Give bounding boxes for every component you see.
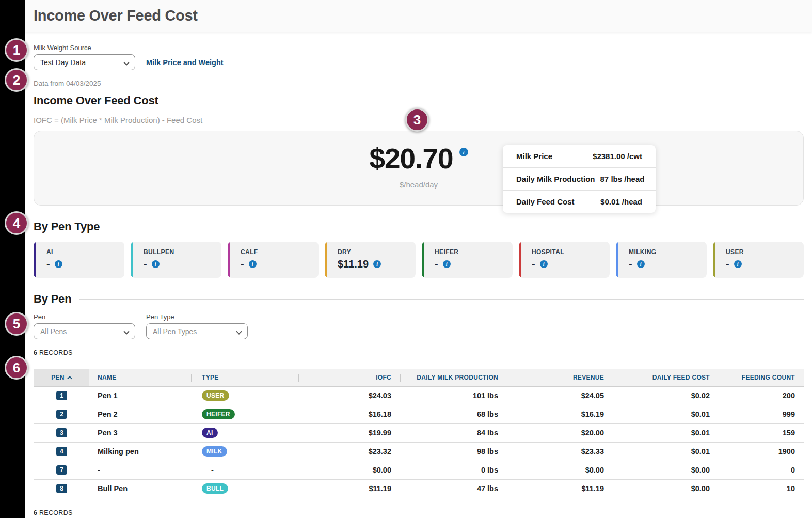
column-header-daily-milk-production[interactable]: DAILY MILK PRODUCTION <box>401 369 507 386</box>
tooltip-row-daily-feed-cost: Daily Feed Cost $0.01 /head <box>503 190 656 213</box>
pen-type-badge: BULL <box>202 483 228 494</box>
info-icon[interactable] <box>459 148 468 156</box>
pen-type-card-label: AI <box>46 248 120 256</box>
pen-number-badge: 1 <box>56 391 67 400</box>
info-icon[interactable] <box>373 260 381 268</box>
pen-type-filter-select[interactable]: All Pen Types <box>146 323 248 339</box>
table-row: 7 - - $0.00 0 lbs $0.00 $0.00 0 <box>34 461 804 479</box>
column-header-feeding-count[interactable]: FEEDING COUNT <box>719 369 804 386</box>
feeding-count-cell: 159 <box>719 423 804 442</box>
daily-milk-production-cell: 98 lbs <box>401 442 507 461</box>
annotation-circle-6: 6 <box>5 356 28 380</box>
card-accent-bar <box>713 242 715 278</box>
info-icon[interactable] <box>637 260 645 268</box>
card-accent-bar <box>422 242 424 278</box>
by-pen-section-heading: By Pen <box>34 292 804 306</box>
iofc-cell: $19.99 <box>299 423 401 442</box>
by-pen-filters: Pen All Pens Pen Type All Pen Types <box>34 313 804 339</box>
info-icon[interactable] <box>540 260 548 268</box>
iofc-cell: $0.00 <box>299 461 401 479</box>
pen-type-card-value: - <box>532 258 535 270</box>
column-header-iofc[interactable]: IOFC <box>299 369 401 386</box>
column-header-pen[interactable]: PEN <box>34 369 89 386</box>
card-accent-bar <box>325 242 327 278</box>
pen-type-card-value: $11.19 <box>338 258 369 270</box>
column-header-type[interactable]: TYPE <box>192 369 299 386</box>
iofc-unit: $/head/day <box>400 180 438 189</box>
info-icon[interactable] <box>734 260 742 268</box>
pen-filter-value: All Pens <box>40 327 67 336</box>
milk-weight-source-value: Test Day Data <box>40 58 86 67</box>
by-pen-type-section-heading: By Pen Type <box>34 220 804 233</box>
page-title: Income Over Feed Cost <box>34 7 198 24</box>
card-accent-bar <box>519 242 521 278</box>
table-row: 8 Bull Pen BULL $11.19 47 lbs $11.19 $0.… <box>34 479 804 498</box>
revenue-cell: $20.00 <box>507 423 613 442</box>
iofc-cell: $16.18 <box>299 405 401 423</box>
pen-filter-select[interactable]: All Pens <box>34 323 135 339</box>
iofc-value: $20.70 <box>369 145 453 173</box>
card-accent-bar <box>616 242 618 278</box>
card-accent-bar <box>228 242 230 278</box>
data-from-text: Data from 04/03/2025 <box>34 80 804 87</box>
pen-type-dash: - <box>211 466 214 474</box>
pen-number-badge: 3 <box>56 428 67 437</box>
daily-feed-cost-cell: $0.02 <box>613 386 719 405</box>
milk-weight-source-select[interactable]: Test Day Data <box>34 54 135 70</box>
info-icon[interactable] <box>249 260 257 268</box>
feeding-count-cell: 10 <box>719 479 804 498</box>
main-content: Milk Weight Source Test Day Data Milk Pr… <box>25 32 812 516</box>
pen-type-card-value: - <box>46 258 50 270</box>
pen-type-card: CALF - <box>228 242 319 278</box>
daily-milk-production-cell: 0 lbs <box>401 461 507 479</box>
column-header-revenue[interactable]: REVENUE <box>507 369 613 386</box>
pen-type-badge: USER <box>202 390 229 401</box>
pen-type-filter-label: Pen Type <box>146 313 248 321</box>
chevron-down-icon <box>123 59 129 65</box>
revenue-cell: $0.00 <box>507 461 613 479</box>
pen-type-card-label: HEIFER <box>435 248 508 256</box>
card-accent-bar <box>131 242 133 278</box>
table-row: 1 Pen 1 USER $24.03 101 lbs $24.05 $0.02… <box>34 386 804 405</box>
pen-name-cell: Pen 1 <box>89 386 192 405</box>
daily-feed-cost-cell: $0.01 <box>613 423 719 442</box>
table-row: 3 Pen 3 AI $19.99 84 lbs $20.00 $0.01 15… <box>34 423 804 442</box>
milk-weight-source-label: Milk Weight Source <box>34 44 135 52</box>
pen-name-cell: Bull Pen <box>89 479 192 498</box>
revenue-cell: $24.05 <box>507 386 613 405</box>
info-icon[interactable] <box>443 260 451 268</box>
pen-type-card-label: BULLPEN <box>144 248 217 256</box>
app-header: Income Over Feed Cost <box>25 0 812 32</box>
revenue-cell: $11.19 <box>507 479 613 498</box>
tooltip-row-milk-price: Milk Price $2381.00 /cwt <box>503 145 656 167</box>
pen-type-card-value: - <box>144 258 147 270</box>
feeding-count-cell: 200 <box>719 386 804 405</box>
table-row: 4 Milking pen MILK $23.32 98 lbs $23.33 … <box>34 442 804 461</box>
pen-type-card: USER - <box>713 242 804 278</box>
column-header-daily-feed-cost[interactable]: DAILY FEED COST <box>613 369 719 386</box>
feeding-count-cell: 0 <box>719 461 804 479</box>
daily-feed-cost-cell: $0.01 <box>613 442 719 461</box>
pen-number-badge: 7 <box>56 465 67 475</box>
milk-price-and-weight-link[interactable]: Milk Price and Weight <box>146 58 224 70</box>
records-count-top: 6 RECORDS <box>34 349 804 356</box>
pen-type-card-label: DRY <box>338 248 411 256</box>
info-icon[interactable] <box>55 260 62 268</box>
pen-type-badge <box>202 469 211 473</box>
pen-type-card-label: CALF <box>241 248 314 256</box>
iofc-tooltip: Milk Price $2381.00 /cwt Daily Milk Prod… <box>503 145 656 213</box>
info-icon[interactable] <box>152 260 160 268</box>
pen-type-card-label: HOSPITAL <box>532 248 606 256</box>
pen-type-card: HOSPITAL - <box>519 242 610 278</box>
pen-type-card: MILKING - <box>616 242 707 278</box>
annotation-circle-5: 5 <box>5 312 28 336</box>
pen-type-card: BULLPEN - <box>131 242 221 278</box>
column-header-name[interactable]: NAME <box>89 369 192 386</box>
annotation-circle-3: 3 <box>405 108 429 132</box>
pen-type-card-value: - <box>726 258 729 270</box>
sort-ascending-icon <box>67 376 72 381</box>
annotation-circle-1: 1 <box>5 38 28 62</box>
daily-milk-production-cell: 101 lbs <box>401 386 507 405</box>
iofc-hero-card: $20.70 $/head/day Milk Price $2381.00 /c… <box>34 131 804 206</box>
daily-feed-cost-cell: $0.00 <box>613 461 719 479</box>
